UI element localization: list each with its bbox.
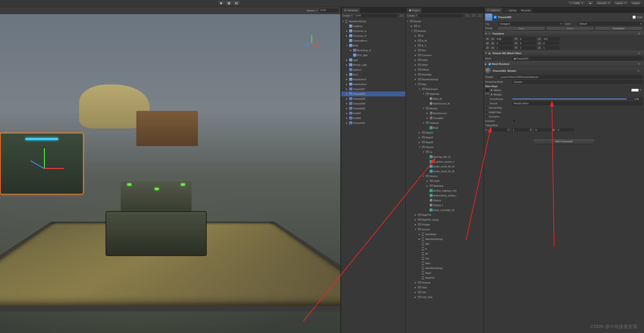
tree-row[interactable]: ▶RoboticArm3 bbox=[341, 82, 406, 87]
tree-row[interactable]: ▼MainScene bbox=[406, 87, 484, 92]
mesh-field[interactable]: ▦ Chassis002 bbox=[512, 57, 643, 60]
layers-button[interactable]: Layers bbox=[613, 1, 628, 5]
tree-row[interactable]: ▶WorkShop_G bbox=[341, 48, 406, 53]
tree-row[interactable]: Main bbox=[406, 261, 484, 266]
inspector-tab[interactable]: ⓘ Inspector bbox=[485, 7, 502, 12]
tree-row[interactable]: Main bbox=[406, 125, 484, 130]
scene-search[interactable]: Q*All bbox=[319, 8, 338, 12]
tree-row[interactable]: ▶Map03 bbox=[406, 135, 484, 140]
transform-gear-icon[interactable]: ⚙ ⋮ bbox=[638, 32, 643, 35]
albedo-radio[interactable] bbox=[490, 89, 493, 92]
tree-row[interactable]: ▶Unit_Tank bbox=[406, 295, 484, 300]
rot-y-field[interactable] bbox=[519, 42, 536, 45]
project-tree[interactable]: ▼Assets▶11▼Artwork▶A▶A_M▶A_Y▶Box▶Common▶… bbox=[406, 18, 484, 333]
metallic-radio[interactable] bbox=[490, 93, 493, 96]
transform-header[interactable]: ▼⤧ Transform ⚙ ⋮ bbox=[484, 31, 644, 36]
smoothness-value[interactable] bbox=[634, 97, 643, 101]
rot-z-field[interactable] bbox=[542, 42, 560, 45]
tree-row[interactable]: ▶Chassis005 bbox=[341, 96, 406, 101]
material-header[interactable]: Chassis002_Metallic ⚙ ⋮ bbox=[484, 67, 644, 75]
tree-row[interactable]: ▼Scenes bbox=[406, 227, 484, 232]
tiling-x[interactable] bbox=[490, 128, 507, 132]
tree-row[interactable]: ▼Materials bbox=[406, 92, 484, 96]
lighting-tab[interactable]: ☼ Lighting bbox=[502, 8, 519, 12]
tree-row[interactable]: ▶A_M bbox=[406, 38, 484, 43]
project-opt2-icon[interactable] bbox=[471, 14, 476, 18]
tree-row[interactable]: ▶Effect bbox=[406, 62, 484, 67]
tree-row[interactable]: drakensberg_solitary_ bbox=[406, 193, 484, 198]
tree-row[interactable]: ▶Light bbox=[341, 58, 406, 62]
add-component-button[interactable]: Add Component bbox=[533, 138, 595, 144]
tree-row[interactable]: ▶MainMap bbox=[406, 72, 484, 77]
scale-y-field[interactable] bbox=[519, 46, 536, 50]
mesh-filter-gear-icon[interactable]: ⚙ ⋮ bbox=[638, 52, 643, 55]
tree-row[interactable]: ▼Artwork bbox=[406, 28, 484, 34]
tree-row[interactable]: ▶A bbox=[406, 34, 484, 38]
pos-z-field[interactable] bbox=[542, 37, 560, 41]
tree-row[interactable]: ▶Effcept_Light bbox=[341, 62, 406, 67]
tree-row[interactable]: Skybox 1 bbox=[406, 203, 484, 208]
hierarchy-create[interactable]: Create bbox=[342, 14, 350, 17]
tree-row[interactable]: ▶Tank bbox=[406, 285, 484, 290]
tree-row[interactable]: Car bbox=[406, 256, 484, 261]
layer-dropdown[interactable]: Default▾ bbox=[578, 22, 643, 26]
project-create[interactable]: Create bbox=[407, 14, 414, 17]
gizmos-label[interactable]: Gizmos bbox=[307, 9, 315, 12]
eyedropper-icon[interactable]: ✎ bbox=[640, 89, 643, 92]
tree-row[interactable]: ▶Shadow bbox=[406, 280, 484, 285]
mesh-filter-header[interactable]: ▼▦ Chassis 002 (Mesh Filter) ⚙ ⋮ bbox=[484, 50, 644, 56]
account-button[interactable]: Account bbox=[595, 1, 612, 5]
tiling-w[interactable] bbox=[557, 128, 574, 132]
tree-row[interactable]: Main_M bbox=[406, 96, 484, 101]
tree-row[interactable]: ▶Effects bbox=[406, 67, 484, 72]
tree-row[interactable]: ▶Unit bbox=[406, 290, 484, 295]
tree-row[interactable]: CameraMove bbox=[341, 38, 406, 43]
tree-row[interactable]: ▼Skybox bbox=[406, 174, 484, 178]
pause-button[interactable] bbox=[225, 0, 232, 6]
tree-row[interactable]: ▶MapPVE_Equip bbox=[406, 217, 484, 222]
tree-row[interactable]: ▶Common bbox=[406, 53, 484, 58]
tree-row[interactable]: A bbox=[406, 246, 484, 251]
tree-row[interactable]: ▶Box1 bbox=[341, 72, 406, 77]
tree-row[interactable]: ▶Chassis004 bbox=[341, 101, 406, 106]
move-gizmo[interactable] bbox=[31, 155, 57, 181]
project-opt1-icon[interactable] bbox=[465, 14, 470, 18]
tree-row[interactable]: ▶MainMap2 bbox=[406, 232, 484, 237]
mesh-renderer-enabled[interactable] bbox=[488, 63, 491, 66]
pos-y-field[interactable] bbox=[519, 37, 536, 41]
tree-row[interactable]: ▶11 bbox=[406, 24, 484, 28]
tree-row[interactable]: ▶Map02 bbox=[406, 130, 484, 135]
metallic-texture-slot[interactable] bbox=[485, 92, 489, 96]
source-dropdown[interactable]: Metallic Alpha bbox=[512, 102, 643, 105]
tree-row[interactable]: ▶Fort005 bbox=[341, 116, 406, 120]
hierarchy-options-icon[interactable] bbox=[399, 14, 404, 18]
material-gear-icon[interactable]: ⚙ ⋮ bbox=[638, 70, 643, 72]
tree-row[interactable]: studio_small_08_2k bbox=[406, 164, 484, 169]
tree-row[interactable]: dancing_hall_2k bbox=[406, 154, 484, 159]
tree-row[interactable]: ▼Assets bbox=[406, 19, 484, 24]
mesh-renderer-gear-icon[interactable]: ⚙ ⋮ bbox=[638, 63, 643, 66]
smoothness-slider[interactable] bbox=[512, 98, 632, 100]
project-search[interactable] bbox=[418, 14, 464, 18]
recorder-tab[interactable]: Recorder bbox=[519, 8, 534, 12]
tree-row[interactable]: ▶Turntable bbox=[406, 116, 484, 120]
normal-radio[interactable] bbox=[485, 106, 488, 109]
tree-row[interactable]: ▶UICanvas_w bbox=[341, 28, 406, 34]
tree-row[interactable]: ▶MainWorkShop bbox=[406, 77, 484, 82]
tree-row[interactable]: ▼Textures bbox=[406, 120, 484, 125]
tree-row[interactable]: A2 bbox=[406, 251, 484, 256]
prefab-select-button[interactable]: Select bbox=[546, 26, 594, 30]
tree-row[interactable]: ▶MainWorkShop1 bbox=[406, 237, 484, 242]
scene-canvas[interactable] bbox=[0, 14, 340, 333]
project-opt3-icon[interactable] bbox=[477, 14, 482, 18]
tree-row[interactable]: ▶Prefabs bbox=[406, 222, 484, 227]
tree-row[interactable]: ▼Build bbox=[341, 43, 406, 48]
hierarchy-tab[interactable]: ☰ Hierarchy bbox=[342, 8, 360, 12]
step-button[interactable] bbox=[232, 0, 240, 6]
mesh-renderer-header[interactable]: ▶ Mesh Renderer ⚙ ⋮ bbox=[484, 61, 644, 67]
occlusion-radio[interactable] bbox=[485, 115, 488, 118]
tree-row[interactable]: Skybox bbox=[406, 198, 484, 203]
prefab-overrides-button[interactable]: Overrides ▾ bbox=[595, 26, 643, 30]
static-checkbox[interactable] bbox=[632, 16, 636, 19]
orientation-gizmo[interactable] bbox=[301, 32, 323, 54]
